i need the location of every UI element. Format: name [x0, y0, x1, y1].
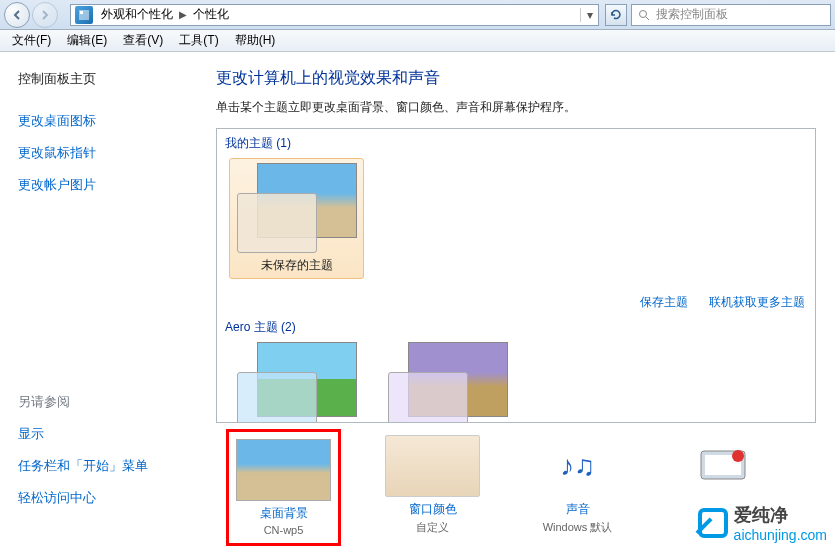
page-description: 单击某个主题立即更改桌面背景、窗口颜色、声音和屏幕保护程序。	[216, 99, 835, 116]
chevron-right-icon: ▶	[177, 9, 189, 20]
main-layout: 控制面板主页 更改桌面图标 更改鼠标指针 更改帐户图片 另请参阅 显示 任务栏和…	[0, 52, 835, 551]
save-theme-link[interactable]: 保存主题	[640, 295, 688, 309]
watermark-brand: 爱纯净	[734, 503, 827, 527]
menu-file[interactable]: 文件(F)	[4, 32, 59, 49]
search-placeholder: 搜索控制面板	[656, 6, 728, 23]
sidebar-home[interactable]: 控制面板主页	[18, 70, 200, 88]
menu-tools[interactable]: 工具(T)	[171, 32, 226, 49]
aero-themes-title: Aero 主题 (2)	[217, 313, 815, 338]
theme-thumb-aero-1	[237, 342, 357, 423]
theme-links: 保存主题 联机获取更多主题	[622, 294, 805, 311]
sound-icon: ♪♫	[530, 435, 625, 497]
menu-bar: 文件(F) 编辑(E) 查看(V) 工具(T) 帮助(H)	[0, 30, 835, 52]
desktop-background-option[interactable]: 桌面背景 CN-wp5	[232, 435, 335, 540]
sidebar-account-picture[interactable]: 更改帐户图片	[18, 176, 200, 194]
theme-thumb-unsaved	[237, 163, 357, 253]
sidebar-display[interactable]: 显示	[18, 425, 200, 443]
title-bar: 外观和个性化 ▶ 个性化 ▾ 搜索控制面板	[0, 0, 835, 30]
theme-thumb-aero-2	[388, 342, 508, 423]
sound-label: 声音	[530, 501, 625, 518]
nav-buttons	[0, 0, 64, 30]
watermark: 爱纯净 aichunjing.com	[698, 503, 827, 543]
search-icon	[636, 7, 652, 23]
theme-aero-1[interactable]	[229, 342, 364, 423]
menu-edit[interactable]: 编辑(E)	[59, 32, 115, 49]
desktop-background-label: 桌面背景	[236, 505, 331, 522]
sidebar-ease[interactable]: 轻松访问中心	[18, 489, 200, 507]
back-button[interactable]	[4, 2, 30, 28]
my-themes-title: 我的主题 (1)	[217, 129, 815, 154]
svg-rect-1	[80, 11, 83, 14]
sidebar-mouse-pointers[interactable]: 更改鼠标指针	[18, 144, 200, 162]
window-color-label: 窗口颜色	[385, 501, 480, 518]
sound-option[interactable]: ♪♫ 声音 Windows 默认	[530, 435, 625, 540]
address-dropdown[interactable]: ▾	[580, 8, 598, 22]
theme-aero-2[interactable]	[380, 342, 515, 423]
breadcrumb-seg1[interactable]: 外观和个性化	[97, 6, 177, 23]
forward-button[interactable]	[32, 2, 58, 28]
theme-label-unsaved: 未保存的主题	[234, 257, 359, 274]
watermark-url: aichunjing.com	[734, 527, 827, 543]
sidebar-taskbar[interactable]: 任务栏和「开始」菜单	[18, 457, 200, 475]
content-area: 更改计算机上的视觉效果和声音 单击某个主题立即更改桌面背景、窗口颜色、声音和屏幕…	[200, 52, 835, 551]
page-heading: 更改计算机上的视觉效果和声音	[216, 68, 835, 89]
menu-help[interactable]: 帮助(H)	[227, 32, 284, 49]
watermark-logo-icon	[698, 508, 728, 538]
get-more-themes-link[interactable]: 联机获取更多主题	[709, 295, 805, 309]
desktop-background-thumb	[236, 439, 331, 501]
sound-sub: Windows 默认	[530, 520, 625, 535]
window-color-thumb	[385, 435, 480, 497]
refresh-button[interactable]	[605, 4, 627, 26]
search-input[interactable]: 搜索控制面板	[631, 4, 831, 26]
window-color-sub: 自定义	[385, 520, 480, 535]
breadcrumb-seg2[interactable]: 个性化	[189, 6, 233, 23]
desktop-background-sub: CN-wp5	[236, 524, 331, 536]
themes-panel: 我的主题 (1) 未保存的主题 保存主题 联机获取更多主题 Aero 主题 (2…	[216, 128, 816, 423]
address-bar[interactable]: 外观和个性化 ▶ 个性化 ▾	[70, 4, 599, 26]
control-panel-icon	[75, 6, 93, 24]
svg-line-3	[646, 17, 649, 20]
window-color-option[interactable]: 窗口颜色 自定义	[385, 435, 480, 540]
sidebar: 控制面板主页 更改桌面图标 更改鼠标指针 更改帐户图片 另请参阅 显示 任务栏和…	[0, 52, 200, 551]
see-also-label: 另请参阅	[18, 393, 200, 411]
screensaver-icon	[675, 435, 770, 497]
svg-point-6	[732, 450, 744, 462]
sidebar-desktop-icons[interactable]: 更改桌面图标	[18, 112, 200, 130]
svg-point-2	[640, 10, 647, 17]
theme-unsaved[interactable]: 未保存的主题	[229, 158, 364, 279]
menu-view[interactable]: 查看(V)	[115, 32, 171, 49]
